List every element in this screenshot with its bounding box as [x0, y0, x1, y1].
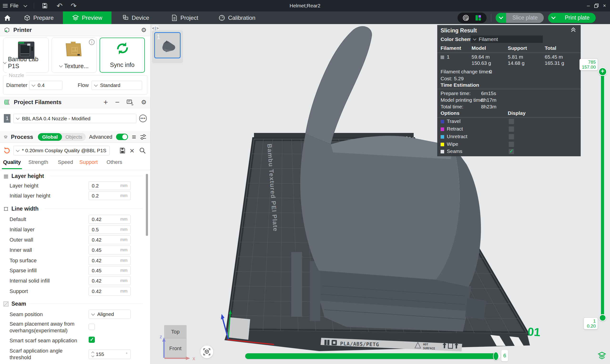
collapse-chevrons-icon[interactable] — [570, 27, 576, 34]
print-plate-button[interactable]: Print plate — [558, 13, 596, 23]
reset-preset-icon[interactable] — [3, 147, 11, 154]
total-length: 65.45 m — [545, 54, 563, 60]
layer-height-input[interactable]: 0.2mm — [89, 181, 130, 190]
plate-number: 01 — [527, 325, 541, 339]
tab-others[interactable]: Others — [106, 159, 122, 165]
ams-sync-icon[interactable] — [127, 99, 134, 105]
step-slider-handle[interactable] — [493, 352, 499, 360]
slice-plate-dropdown[interactable] — [496, 13, 506, 23]
print-plate-dropdown[interactable] — [548, 13, 558, 23]
seams-display-checkbox[interactable] — [509, 149, 514, 154]
parameter-list-icon[interactable]: ≡ — [132, 133, 136, 141]
tab-strength[interactable]: Strength — [28, 159, 48, 165]
main-tab-bar: Prepare Preview Device Project Calibrati… — [0, 12, 610, 24]
tab-device[interactable]: Device — [112, 12, 160, 24]
scope-global[interactable]: Global — [38, 133, 62, 141]
printer-settings-gear-icon[interactable]: ⚙ — [141, 26, 146, 34]
tune-icon[interactable] — [140, 134, 146, 140]
wipe-display-checkbox[interactable] — [509, 142, 514, 147]
model-weight: 150.63 g — [472, 60, 491, 66]
tab-project[interactable]: Project — [160, 12, 210, 24]
setting-label: Initial layer height — [10, 193, 50, 199]
color-scheme-select[interactable]: Filament — [471, 36, 543, 43]
layer-slider-track[interactable] — [601, 73, 604, 318]
minimize-button[interactable]: – — [584, 2, 592, 10]
undo-icon[interactable]: ↶ — [56, 2, 63, 10]
flow-select[interactable]: Standard — [91, 81, 142, 90]
lw-support-input[interactable]: 0.42mm — [89, 287, 130, 296]
redo-icon[interactable]: ↷ — [71, 2, 77, 10]
menu-icon[interactable] — [3, 3, 8, 8]
save-preset-icon[interactable] — [119, 147, 126, 154]
lw-initial-layer-input[interactable]: 0.5mm — [89, 225, 130, 234]
info-icon[interactable]: i — [89, 39, 95, 45]
file-menu[interactable]: File — [10, 3, 18, 9]
layers-mode-icon[interactable] — [597, 352, 606, 360]
tab-quality[interactable]: Quality — [3, 159, 21, 165]
device-icon — [122, 15, 129, 21]
calibration-target-icon[interactable] — [462, 14, 469, 21]
filament-select[interactable]: BBL ASA 0.4 Nozzle - Modified — [13, 114, 136, 123]
diameter-select[interactable]: 0.4 — [29, 81, 63, 90]
unretract-display-checkbox[interactable] — [509, 134, 514, 139]
lw-sparse-infill-input[interactable]: 0.45mm — [89, 266, 130, 275]
filament-settings-gear-icon[interactable]: ⚙ — [141, 99, 146, 106]
divider — [437, 117, 581, 118]
lw-internal-solid-input[interactable]: 0.42mm — [89, 276, 130, 285]
lw-top-surface-input[interactable]: 0.42mm — [89, 256, 130, 265]
settings-scrollbar[interactable] — [146, 174, 148, 236]
file-menu-chevron-icon[interactable] — [24, 3, 27, 7]
chevron-down-icon — [16, 148, 20, 152]
close-button[interactable]: × — [600, 2, 609, 10]
tab-prepare[interactable]: Prepare — [15, 12, 63, 24]
viewport-3d[interactable]: PLA/ABS/PETG HOT SURFACE Bambu Textured … — [151, 24, 610, 364]
center-view-button[interactable] — [200, 345, 213, 358]
add-filament-icon[interactable]: + — [104, 100, 108, 104]
printer-card[interactable]: Bambu Lab P1S — [3, 38, 49, 73]
tab-support[interactable]: Support — [79, 159, 98, 165]
filament-more-icon[interactable]: ••• — [139, 115, 147, 122]
lw-inner-wall-input[interactable]: 0.45mm — [89, 246, 130, 254]
travel-display-checkbox[interactable] — [509, 119, 514, 124]
total-weight: 165.31 g — [545, 60, 564, 66]
scope-toggle[interactable]: Global Objects — [38, 133, 86, 141]
maximize-button[interactable] — [592, 2, 600, 10]
slice-view-icon[interactable] — [475, 14, 482, 21]
focus-cube-icon — [203, 348, 211, 356]
filament-index-swatch[interactable]: 1 — [4, 114, 11, 123]
slice-plate-button[interactable]: Slice plate — [506, 13, 544, 23]
clear-preset-icon[interactable]: × — [130, 146, 134, 155]
display-title: Display — [508, 110, 526, 116]
calibration-icon — [219, 15, 225, 21]
layer-slider-bottom-handle[interactable] — [599, 314, 606, 321]
remove-filament-icon[interactable]: − — [115, 100, 120, 104]
retract-display-checkbox[interactable] — [509, 127, 514, 132]
advanced-toggle[interactable] — [116, 134, 128, 140]
save-icon[interactable] — [42, 3, 48, 9]
tab-preview[interactable]: Preview — [63, 12, 112, 24]
sync-info-card[interactable]: Sync info — [100, 38, 145, 73]
step-slider-track[interactable] — [245, 353, 500, 359]
tab-calibration[interactable]: Calibration — [210, 12, 264, 24]
plate-type-card[interactable]: i Texture... — [52, 38, 97, 73]
scarf-threshold-input[interactable]: 155° — [89, 350, 130, 359]
preset-select[interactable]: * 0.20mm Cosplay Quality @BBL P1S — [13, 146, 110, 155]
search-icon[interactable] — [139, 147, 146, 154]
tab-speed[interactable]: Speed — [58, 159, 73, 165]
scope-objects[interactable]: Objects — [62, 133, 86, 141]
layer-slider-top-handle[interactable] — [598, 67, 607, 76]
printer-section-title: Printer — [13, 27, 32, 33]
time-estimation-title: Time Estimation — [441, 82, 479, 88]
initial-layer-height-input[interactable]: 0.2mm — [89, 191, 130, 200]
plate-thumbnail[interactable]: 1 — [154, 32, 181, 58]
stepper-arrows[interactable] — [92, 352, 94, 357]
gizmo-front-label[interactable]: Front — [169, 345, 181, 351]
gizmo-top-label[interactable]: Top — [171, 329, 180, 335]
smart-scarf-checkbox[interactable] — [89, 337, 95, 343]
seam-position-select[interactable]: Aligned — [89, 310, 130, 319]
seam-overhang-checkbox[interactable] — [89, 324, 95, 330]
orientation-gizmo[interactable]: Top Front z x — [160, 325, 195, 361]
lw-default-input[interactable]: 0.42mm — [89, 215, 130, 224]
lw-outer-wall-input[interactable]: 0.42mm — [89, 235, 130, 244]
tab-home[interactable] — [0, 12, 15, 24]
